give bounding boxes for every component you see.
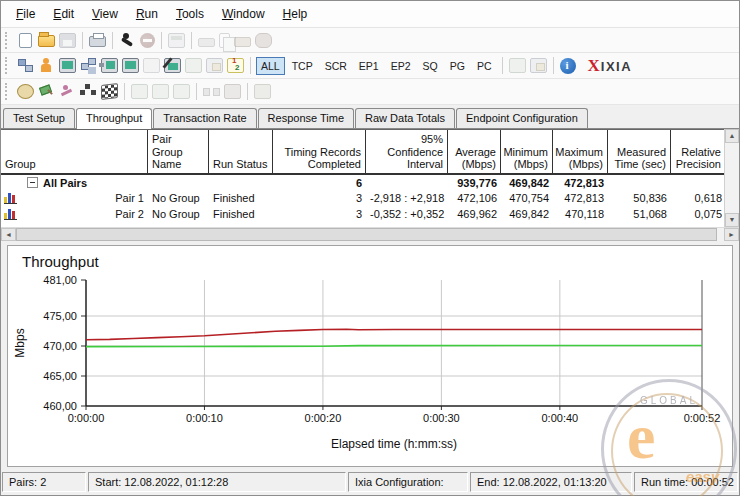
scroll-up-icon[interactable]: ▲ [725,129,739,143]
cell [366,182,448,184]
toolbar-separator [124,83,125,100]
toolbar-gripper[interactable] [5,83,10,100]
tab-transaction-rate[interactable]: Transaction Rate [153,108,256,128]
cell-maximum: 470,118 [553,207,608,221]
edit-pair-icon[interactable] [164,58,181,73]
toolbar-gripper[interactable] [5,57,10,74]
toolbar-separator [161,32,162,49]
svg-text:0:00:52: 0:00:52 [684,412,721,424]
rerun-test-icon[interactable] [59,84,76,99]
save-results-icon [509,58,526,73]
cell-minimum: 469,842 [501,176,553,190]
menu-help[interactable]: Help [274,3,317,25]
filter-pg-button[interactable]: PG [445,57,470,75]
cell-average: 469,962 [448,207,501,221]
edit-clipboard-icon [143,58,160,73]
table-horizontal-scrollbar[interactable]: ◄ ► [1,227,739,241]
cell-confidence: -2,918 : +2,918 [366,191,448,205]
info-icon[interactable] [560,58,576,74]
cell-pair-group: No Group [148,207,209,221]
status-config: Ixia Configuration: [348,472,468,492]
table-header-row: Group Pair Group Name Run Status Timing … [1,129,724,175]
view-tabs: Test Setup Throughput Transaction Rate R… [1,105,739,129]
toolbar-gripper[interactable] [5,32,10,49]
ixchariot-window: File Edit View Run Tools Window Help [0,0,740,496]
replicate-pair-icon [185,58,202,73]
cell-confidence: -0,352 : +0,352 [366,207,448,221]
scroll-left-icon[interactable]: ◄ [1,228,16,241]
cell-minimum: 470,754 [501,191,553,205]
menu-tools[interactable]: Tools [167,3,213,25]
add-voip-pair-icon[interactable] [38,58,55,73]
menu-run[interactable]: Run [127,3,167,25]
add-vpn-pair-icon[interactable] [101,58,118,73]
test-options-icon[interactable] [17,84,34,99]
filter-all-button[interactable]: ALL [256,57,285,75]
group-label: All Pairs [43,177,87,189]
cell-measured-time: 51,068 [608,207,671,221]
svg-text:0:00:30: 0:00:30 [423,412,460,424]
menu-window[interactable]: Window [213,3,274,25]
chart-title: Throughput [8,246,732,272]
menu-view[interactable]: View [83,3,127,25]
filter-ep2-button[interactable]: EP2 [386,57,416,75]
cell-maximum: 472,813 [553,176,608,190]
print-icon[interactable] [89,36,106,47]
tab-test-setup[interactable]: Test Setup [3,108,75,128]
open-test-icon[interactable] [38,35,55,47]
finish-flag-icon[interactable] [101,83,118,100]
menu-file[interactable]: File [7,3,44,25]
col-header-average: Average (Mbps) [448,130,501,173]
table-row-all-pairs[interactable]: All Pairs 6 939,776 469,842 472,813 [1,175,724,190]
export-results-icon [530,58,547,73]
table-row-pair-1[interactable]: Pair 1 No Group Finished 3 -2,918 : +2,9… [1,190,724,206]
add-video-pair-icon[interactable] [59,58,76,73]
stop-test-icon [140,33,155,48]
tab-raw-data-totals[interactable]: Raw Data Totals [355,108,455,128]
cell-run-status: Finished [209,191,273,205]
col-header-timing-records: Timing Records Completed [273,130,366,173]
status-bar: Pairs: 2 Start: 12.08.2022, 01:12:28 Ixi… [1,469,739,495]
tab-throughput[interactable]: Throughput [76,108,152,129]
run-test-icon[interactable] [119,33,136,48]
add-hardware-pair-icon[interactable] [122,58,139,73]
table-row-pair-2[interactable]: Pair 2 No Group Finished 3 -0,352 : +0,3… [1,206,724,222]
status-run-time: Run time: 00:00:52 [634,472,738,492]
filter-sq-button[interactable]: SQ [418,57,443,75]
cell [671,182,726,184]
col-header-minimum: Minimum (Mbps) [501,130,553,173]
add-multicast-group-icon[interactable] [80,58,97,73]
group-cell: Pair 1 [1,192,148,204]
swap-e1-e2-icon[interactable] [227,58,244,73]
cell-maximum: 472,813 [553,191,608,205]
menu-edit[interactable]: Edit [44,3,83,25]
swap-endpoints-icon [206,58,223,73]
filter-tcp-button[interactable]: TCP [287,57,318,75]
toolbar-separator [82,32,83,49]
change-addresses-icon[interactable] [38,84,55,99]
add-pair-icon[interactable] [17,58,34,73]
ixia-logo-name: IXIA [601,59,632,74]
collapse-icon[interactable] [27,177,38,188]
svg-text:481,00: 481,00 [43,274,77,286]
new-test-icon[interactable] [19,33,32,48]
filter-ep1-button[interactable]: EP1 [354,57,384,75]
col-header-measured-time: Measured Time (sec) [608,130,671,173]
pair-name: Pair 1 [115,192,144,204]
verify-results-icon [173,84,190,99]
scroll-down-icon[interactable]: ▼ [725,213,739,227]
filter-pc-button[interactable]: PC [472,57,497,75]
col-header-confidence: 95% Confidence Interval [366,130,448,173]
tab-response-time[interactable]: Response Time [258,108,354,128]
cell-timing-records: 3 [273,191,366,205]
scroll-right-icon[interactable]: ► [724,228,739,241]
scrollbar-thumb[interactable] [16,228,717,241]
filter-scr-button[interactable]: SCR [320,57,352,75]
table-vertical-scrollbar[interactable]: ▲ ▼ [724,129,739,227]
tab-endpoint-configuration[interactable]: Endpoint Configuration [456,108,588,128]
topology-icon[interactable] [80,84,97,99]
results-table: Group Pair Group Name Run Status Timing … [1,129,739,227]
toolbar-separator [196,83,197,100]
cell-relative-precision: 0,618 [671,191,726,205]
svg-text:465,00: 465,00 [43,370,77,382]
